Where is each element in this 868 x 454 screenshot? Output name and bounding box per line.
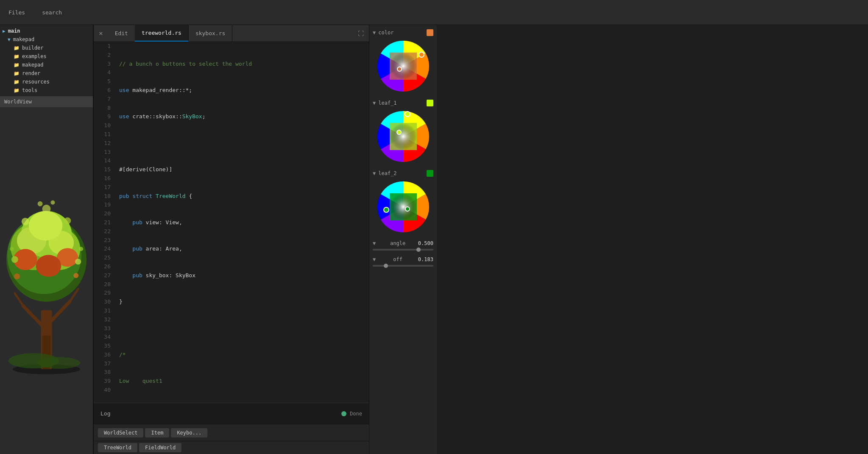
leaf1-section-header: ▼ leaf_1 — [373, 100, 433, 106]
svg-point-19 — [38, 357, 81, 369]
off-label: off — [393, 256, 402, 262]
code-line: } — [119, 298, 365, 306]
svg-point-27 — [10, 247, 14, 251]
folder-icon: 📁 — [14, 88, 20, 93]
sidebar-item-makepad2[interactable]: 📁 makepad — [0, 61, 93, 69]
folder-icon: 📁 — [14, 54, 20, 59]
sidebar-item-resources[interactable]: 📁 resources — [0, 78, 93, 86]
code-line: pub area: Area, — [119, 245, 365, 253]
sidebar: ▶ main ▼ makepad 📁 builder 📁 examples 📁 … — [0, 25, 93, 454]
sidebar-item-tools[interactable]: 📁 tools — [0, 86, 93, 95]
tab-keyboard[interactable]: Keybo... — [171, 428, 207, 437]
sidebar-item-label: makepad — [22, 62, 44, 68]
svg-line-3 — [23, 306, 44, 327]
sidebar-item-label: render — [22, 70, 40, 76]
triangle-icon: ▼ — [373, 100, 376, 106]
sidebar-item-label: makepad — [13, 36, 35, 42]
chevron-right-icon: ▶ — [3, 28, 6, 34]
code-editor: 1 2 3 4 5 6 7 8 9 10 11 12 13 14 15 16 1 — [94, 42, 369, 403]
tab-worldselect[interactable]: WorldSelect — [98, 428, 143, 437]
svg-point-28 — [79, 247, 83, 251]
sidebar-item-builder[interactable]: 📁 builder — [0, 44, 93, 52]
code-line: pub view: View, — [119, 218, 365, 227]
sidebar-item-makepad[interactable]: ▼ makepad — [0, 35, 93, 44]
bottom-tabs: WorldSelect Item Keybo... — [94, 424, 369, 441]
files-button[interactable]: Files — [0, 0, 33, 25]
code-line: use makepad_render::*; — [119, 86, 365, 95]
svg-rect-34 — [390, 53, 417, 80]
sidebar-item-examples[interactable]: 📁 examples — [0, 52, 93, 61]
leaf1-label: leaf_1 — [378, 100, 396, 106]
svg-point-30 — [50, 201, 55, 205]
code-content: // a bunch o buttons to select the world… — [115, 42, 369, 403]
leaf1-swatch[interactable] — [427, 100, 433, 106]
svg-point-14 — [29, 211, 63, 241]
leaf1-wheel-svg — [376, 109, 431, 164]
code-line: pub struct TreeWorld { — [119, 192, 365, 201]
color-label: color — [378, 30, 394, 36]
svg-point-25 — [14, 273, 20, 279]
svg-point-35 — [419, 52, 424, 57]
angle-section: ▼ angle 0.500 — [373, 240, 433, 251]
sidebar-item-label: examples — [22, 53, 47, 59]
editor-bottom-bar: Log Done — [94, 403, 369, 424]
angle-slider-thumb[interactable] — [416, 248, 421, 252]
angle-header: ▼ angle 0.500 — [373, 240, 433, 246]
tab-skybox[interactable]: skybox.rs — [189, 25, 232, 42]
right-panel: ▼ color — [369, 25, 437, 454]
off-header: ▼ off 0.183 — [373, 256, 433, 262]
svg-point-46 — [405, 207, 410, 211]
maximize-button[interactable]: ⛶ — [353, 30, 369, 37]
svg-point-41 — [397, 130, 401, 134]
color-swatch[interactable] — [427, 29, 433, 36]
color-wheel-container[interactable] — [376, 39, 431, 94]
off-slider-track[interactable] — [373, 265, 433, 267]
triangle-icon: ▼ — [373, 170, 376, 176]
sidebar-main-label: main — [8, 28, 20, 34]
color-section-header: ▼ color — [373, 29, 433, 36]
done-indicator — [341, 411, 346, 416]
leaf2-wheel-container[interactable] — [376, 179, 431, 234]
tab-treeworld[interactable]: TreeWorld — [98, 443, 137, 452]
code-line: #[derive(Clone)] — [119, 165, 365, 174]
off-value: 0.183 — [418, 256, 433, 262]
svg-line-4 — [15, 293, 23, 306]
folder-icon: 📁 — [14, 71, 20, 76]
tab-treeworld[interactable]: treeworld.rs — [135, 25, 189, 42]
triangle-icon: ▼ — [373, 256, 376, 262]
close-button[interactable]: × — [94, 29, 108, 37]
off-slider-thumb[interactable] — [384, 264, 388, 268]
sidebar-item-render[interactable]: 📁 render — [0, 69, 93, 78]
triangle-icon: ▼ — [373, 30, 376, 36]
leaf2-swatch[interactable] — [427, 170, 433, 177]
color-section: ▼ color — [373, 29, 433, 94]
tree-preview-area — [0, 107, 93, 454]
tree-visualization — [0, 107, 93, 454]
code-line: pub sky_box: SkyBox — [119, 271, 365, 280]
main-layout: ▶ main ▼ makepad 📁 builder 📁 examples 📁 … — [0, 25, 868, 454]
search-button[interactable]: search — [33, 0, 70, 25]
tab-fieldworld[interactable]: FieldWorld — [139, 443, 181, 452]
log-button[interactable]: Log — [100, 410, 110, 417]
done-button[interactable]: Done — [350, 411, 362, 417]
svg-rect-39 — [390, 123, 417, 150]
code-line: // a bunch o buttons to select the world — [119, 60, 365, 69]
svg-point-17 — [36, 255, 61, 277]
code-line: /* — [119, 351, 365, 359]
svg-point-45 — [384, 207, 389, 212]
angle-slider-track[interactable] — [373, 249, 433, 251]
triangle-icon: ▼ — [373, 240, 376, 246]
edit-button[interactable]: Edit — [108, 30, 135, 36]
sidebar-item-main[interactable]: ▶ main — [0, 27, 93, 35]
folder-icon: 📁 — [14, 79, 20, 85]
code-editor-container[interactable]: 1 2 3 4 5 6 7 8 9 10 11 12 13 14 15 16 1 — [94, 42, 369, 403]
svg-point-22 — [22, 218, 29, 226]
line-numbers: 1 2 3 4 5 6 7 8 9 10 11 12 13 14 15 16 1 — [94, 42, 115, 403]
worldview-label[interactable]: WorldView — [0, 96, 93, 107]
angle-value: 0.500 — [418, 240, 433, 246]
svg-point-29 — [38, 201, 43, 206]
tab-item[interactable]: Item — [145, 428, 169, 437]
leaf1-wheel-container[interactable] — [376, 109, 431, 164]
folder-icon: 📁 — [14, 45, 20, 51]
leaf2-wheel-svg — [376, 179, 431, 234]
